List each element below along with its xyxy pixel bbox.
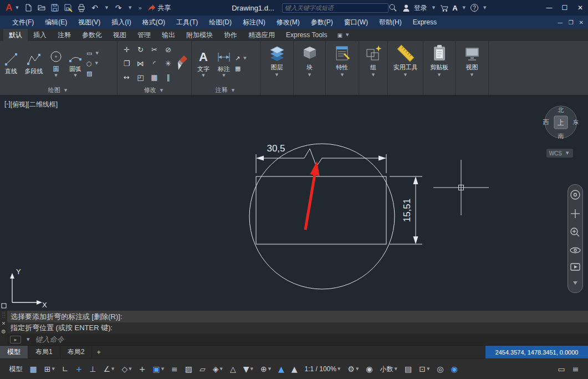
customize-button[interactable]: ≡ bbox=[569, 362, 582, 376]
graphics-performance-toggle[interactable]: ◉ bbox=[447, 362, 461, 376]
menu-draw[interactable]: 绘图(D) bbox=[203, 16, 237, 29]
viewcube-north[interactable]: 北 bbox=[558, 107, 564, 113]
panel-layers[interactable]: 图层 ▼ bbox=[260, 41, 294, 95]
redo-button[interactable]: ↷ bbox=[114, 3, 123, 13]
ellipse-tool[interactable]: ○▼ bbox=[86, 60, 100, 67]
navigation-wheel-icon[interactable] bbox=[571, 190, 580, 199]
menu-tools[interactable]: 工具(T) bbox=[171, 16, 203, 29]
ribbon-tab-annotate[interactable]: 注释 bbox=[52, 29, 76, 41]
ortho-toggle[interactable]: ⊥ bbox=[86, 362, 100, 376]
search-icon[interactable] bbox=[388, 3, 397, 12]
ribbon-tab-home[interactable]: 默认 bbox=[3, 29, 28, 41]
zoom-icon[interactable] bbox=[571, 228, 579, 236]
circle-tool[interactable]: 圆 ▼ bbox=[48, 49, 64, 78]
object-snap-toggle[interactable]: ▣▼ bbox=[149, 362, 168, 376]
hatch-tool[interactable]: ▨ bbox=[86, 70, 100, 77]
menu-view[interactable]: 视图(V) bbox=[73, 16, 106, 29]
ribbon-tab-view[interactable]: 视图 bbox=[108, 29, 132, 41]
ribbon-tab-insert[interactable]: 插入 bbox=[28, 29, 52, 41]
rectangle-tool[interactable]: ▭▼ bbox=[86, 50, 100, 57]
copy-icon[interactable]: ❐ bbox=[124, 59, 130, 68]
quick-properties-toggle[interactable]: ▤ bbox=[401, 362, 415, 376]
arc-tool[interactable]: 圆弧 ▼ bbox=[66, 49, 85, 78]
undo-button[interactable]: ↶ bbox=[90, 3, 100, 13]
move-icon[interactable]: ✛ bbox=[124, 46, 130, 54]
workspace-switching-button[interactable]: ⚙▼ bbox=[344, 362, 362, 376]
array-icon[interactable]: ▦ bbox=[151, 73, 157, 82]
scale-icon[interactable]: ◰ bbox=[137, 73, 144, 82]
autoscale-toggle[interactable]: ▲ bbox=[288, 362, 301, 376]
menu-parametric[interactable]: 参数(P) bbox=[305, 16, 339, 29]
tab-model[interactable]: 模型 bbox=[0, 346, 28, 358]
selection-filtering-toggle[interactable]: ▼▼ bbox=[239, 362, 257, 376]
menu-modify[interactable]: 修改(M) bbox=[271, 16, 305, 29]
tab-layout1[interactable]: 布局1 bbox=[28, 346, 60, 358]
annotate-panel-title[interactable]: 注释▼ bbox=[192, 85, 260, 95]
model-space-button[interactable]: 模型 bbox=[9, 365, 23, 374]
open-file-button[interactable] bbox=[37, 3, 47, 13]
ribbon-tab-output[interactable]: 输出 bbox=[156, 29, 181, 41]
maximize-button[interactable]: ☐ bbox=[557, 0, 572, 16]
leader-tool[interactable]: ↗▼ bbox=[235, 55, 248, 62]
autocad-logo-icon[interactable]: A bbox=[3, 2, 14, 13]
navbar-menu-caret-icon[interactable] bbox=[573, 281, 577, 285]
ribbon-tab-addins[interactable]: 附加模块 bbox=[181, 29, 218, 41]
save-button[interactable] bbox=[50, 3, 60, 13]
command-input-placeholder[interactable]: 键入命令 bbox=[35, 335, 64, 345]
annotation-visibility-toggle[interactable]: ▲ bbox=[275, 362, 288, 376]
panel-properties[interactable]: 特性 ▼ bbox=[326, 41, 359, 95]
login-label[interactable]: 登录 bbox=[414, 3, 427, 13]
drag-handle[interactable]: ∷∷ bbox=[2, 312, 4, 319]
visual-style-control[interactable]: [二维线框] bbox=[27, 100, 58, 109]
grid-toggle[interactable]: ▦ bbox=[26, 362, 40, 376]
panel-block[interactable]: 块 ▼ bbox=[294, 41, 326, 95]
annotation-scale-button[interactable]: 1:1 / 100%▼ bbox=[301, 362, 344, 376]
navigation-bar[interactable] bbox=[567, 184, 583, 293]
explode-icon[interactable]: ✳ bbox=[165, 59, 171, 68]
view-control[interactable]: [俯视] bbox=[11, 100, 28, 109]
save-as-button[interactable] bbox=[64, 3, 73, 13]
viewcube-east[interactable]: 东 bbox=[573, 119, 579, 125]
mirror-icon[interactable]: ⋈ bbox=[137, 59, 144, 68]
object-snap-tracking-toggle[interactable]: + bbox=[135, 362, 149, 376]
minimize-button[interactable]: — bbox=[541, 0, 557, 16]
viewcube-south[interactable]: 南 bbox=[558, 133, 564, 139]
help-caret-icon[interactable]: ▼ bbox=[482, 6, 488, 10]
draw-panel-title[interactable]: 绘图▼ bbox=[0, 85, 117, 95]
orbit-icon[interactable] bbox=[570, 248, 580, 253]
doc-close-button[interactable]: ✕ bbox=[579, 19, 584, 26]
cart-icon[interactable] bbox=[440, 4, 449, 12]
ribbon-tab-parametric[interactable]: 参数化 bbox=[76, 29, 108, 41]
menu-edit[interactable]: 编辑(E) bbox=[39, 16, 73, 29]
menu-help[interactable]: 帮助(H) bbox=[374, 16, 407, 29]
close-button[interactable]: ✕ bbox=[572, 0, 588, 16]
logo-caret-icon[interactable]: ▼ bbox=[14, 6, 20, 10]
command-close-icon[interactable]: ✕ bbox=[2, 321, 6, 326]
command-input-row[interactable]: ▸ ▼ 键入命令 bbox=[7, 333, 588, 345]
command-input-icon[interactable]: ▸ bbox=[10, 336, 21, 343]
clean-screen-button[interactable]: ▭ bbox=[554, 362, 569, 376]
lineweight-toggle[interactable]: ≡ bbox=[168, 362, 182, 376]
redo-caret-icon[interactable]: ▼ bbox=[127, 6, 133, 10]
fillet-icon[interactable]: ◜ bbox=[153, 59, 156, 68]
app-store-icon[interactable]: A bbox=[452, 4, 457, 12]
user-icon[interactable] bbox=[402, 4, 411, 12]
polar-tracking-toggle[interactable]: ∠▼ bbox=[100, 362, 118, 376]
pan-icon[interactable] bbox=[571, 209, 580, 218]
dynamic-ucs-toggle[interactable]: △ bbox=[226, 362, 239, 376]
annotation-monitor-toggle[interactable]: ◉ bbox=[362, 362, 376, 376]
dimension-tool[interactable]: 标注 ▼ bbox=[214, 49, 233, 78]
match-properties-button[interactable] bbox=[177, 55, 188, 72]
search-box[interactable] bbox=[282, 3, 388, 13]
menu-window[interactable]: 窗口(W) bbox=[339, 16, 374, 29]
ribbon-display-toggle[interactable]: ▣▼ bbox=[333, 29, 355, 41]
menu-express[interactable]: Express bbox=[407, 16, 442, 29]
help-icon[interactable]: ? bbox=[471, 4, 478, 12]
appstore-caret-icon[interactable]: ▼ bbox=[461, 6, 467, 10]
search-input[interactable] bbox=[285, 4, 386, 11]
lock-ui-button[interactable]: ⊡▼ bbox=[416, 362, 433, 376]
drawing-viewport[interactable]: 30,5 15,51 Y X bbox=[0, 95, 588, 311]
units-button[interactable]: 小数▼ bbox=[376, 362, 401, 376]
infer-constraints-toggle[interactable]: ∟ bbox=[58, 362, 72, 376]
panel-groups[interactable]: 组 ▼ bbox=[359, 41, 388, 95]
